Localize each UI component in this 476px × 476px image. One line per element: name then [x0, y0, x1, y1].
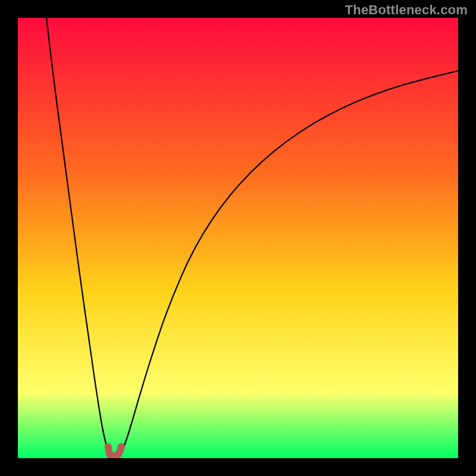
gradient-background [18, 18, 458, 458]
plot-area [18, 18, 458, 458]
plot-svg [18, 18, 458, 458]
watermark-label: TheBottleneck.com [345, 2, 468, 18]
chart-frame: TheBottleneck.com [0, 0, 476, 476]
